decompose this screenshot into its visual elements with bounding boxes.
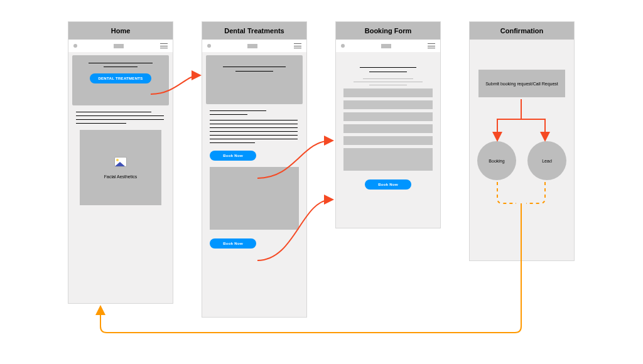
form-input-1[interactable] [343, 88, 433, 97]
form-input-2[interactable] [343, 100, 433, 109]
booking-submit-button[interactable]: Book Now [365, 179, 411, 190]
confirmation-action-box: Submit booking request/Call Request [478, 70, 565, 97]
treatment-item-text [210, 110, 299, 143]
confirmation-action-label: Submit booking request/Call Request [485, 82, 558, 86]
book-now-button-1[interactable]: Book Now [210, 151, 256, 161]
screen-home: Home DENTAL TREATMENTS Facial Aesthetics [68, 21, 173, 304]
facial-aesthetics-label: Facial Aesthetics [104, 174, 138, 179]
nav-dot-icon [207, 44, 211, 48]
facial-aesthetics-card[interactable]: Facial Aesthetics [80, 130, 161, 205]
book-now-button-2-label: Book Now [223, 242, 243, 245]
book-now-button-1-label: Book Now [223, 154, 243, 158]
nav-logo-icon [381, 44, 391, 48]
hamburger-icon[interactable] [294, 43, 301, 48]
screen-treatments-titlebar: Dental Treatments [202, 22, 306, 40]
goal-booking-node: Booking [477, 141, 516, 180]
navbar [202, 40, 306, 52]
book-now-button-2[interactable]: Book Now [210, 238, 256, 249]
screen-treatments: Dental Treatments Book Now Book Now [202, 21, 307, 318]
screen-booking-title: Booking Form [365, 27, 412, 35]
hamburger-icon[interactable] [160, 43, 168, 48]
goal-lead-label: Lead [542, 159, 552, 163]
form-textarea[interactable] [343, 148, 433, 171]
screen-treatments-title: Dental Treatments [224, 27, 284, 35]
nav-dot-icon [73, 44, 77, 48]
hero [206, 55, 303, 104]
screen-home-titlebar: Home [68, 22, 173, 40]
nav-dot-icon [341, 44, 345, 48]
form-input-5[interactable] [343, 136, 433, 145]
dental-treatments-button[interactable]: DENTAL TREATMENTS [90, 73, 151, 83]
dental-treatments-button-label: DENTAL TREATMENTS [98, 77, 143, 80]
screen-booking-titlebar: Booking Form [336, 22, 440, 40]
hero: DENTAL TREATMENTS [72, 55, 169, 105]
treatment-image-placeholder [210, 167, 299, 230]
goal-lead-node: Lead [527, 141, 566, 180]
screen-confirmation: Confirmation Submit booking request/Call… [469, 21, 575, 261]
navbar [336, 40, 440, 52]
form-input-3[interactable] [343, 112, 433, 121]
screen-confirmation-titlebar: Confirmation [470, 22, 574, 40]
intro-text [76, 112, 165, 124]
form-input-4[interactable] [343, 124, 433, 133]
image-placeholder-icon [114, 157, 127, 167]
goal-booking-label: Booking [489, 159, 504, 163]
booking-submit-label: Book Now [378, 183, 398, 186]
hamburger-icon[interactable] [428, 43, 435, 48]
screen-home-title: Home [111, 27, 131, 35]
nav-logo-icon [114, 44, 124, 48]
booking-intro-text [343, 67, 433, 85]
screen-booking: Booking Form Book Now [335, 21, 441, 228]
nav-logo-icon [247, 44, 257, 48]
screen-confirmation-title: Confirmation [500, 27, 543, 35]
navbar [68, 40, 173, 52]
